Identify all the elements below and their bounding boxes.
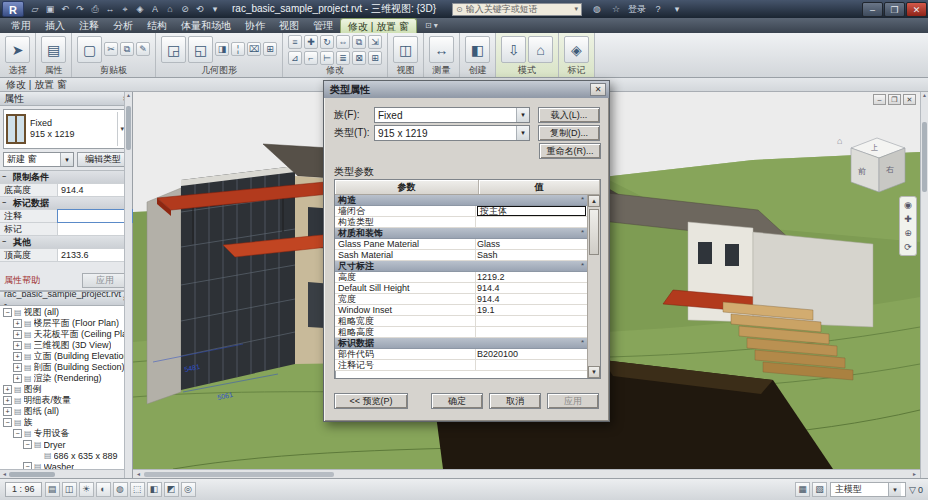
worksets-icon[interactable]: ▦: [795, 482, 810, 497]
property-value[interactable]: [58, 223, 132, 235]
scroll-right-icon[interactable]: ►: [912, 471, 917, 477]
split-face-icon[interactable]: ¦: [231, 42, 245, 56]
aligned-dimension-icon[interactable]: ⌖: [118, 2, 132, 16]
param-value-editor[interactable]: 按主体: [477, 206, 586, 216]
tree-item[interactable]: +▤图纸 (all): [0, 406, 132, 417]
join-geometry-icon[interactable]: ◱: [188, 36, 213, 63]
view-close-icon[interactable]: ✕: [903, 94, 916, 105]
tree-expander-icon[interactable]: −: [3, 308, 12, 317]
property-value[interactable]: [58, 210, 132, 222]
mirror-icon[interactable]: ⇔: [336, 35, 350, 49]
rotate-icon[interactable]: ↻: [320, 35, 334, 49]
cut-icon[interactable]: ✂: [104, 42, 118, 56]
ribbon-tab[interactable]: 注释: [72, 18, 106, 33]
undo-icon[interactable]: ↶: [58, 2, 72, 16]
pin-icon[interactable]: *: [581, 261, 584, 271]
measure-icon[interactable]: ↔: [103, 2, 117, 16]
reveal-hidden-icon[interactable]: ◎: [181, 482, 196, 497]
tree-expander-icon[interactable]: −: [23, 440, 32, 449]
tree-expander-icon[interactable]: −: [3, 418, 12, 427]
communication-center-icon[interactable]: ◍: [590, 2, 604, 16]
canvas-hscrollbar[interactable]: ◄ ►: [133, 469, 920, 478]
collapse-icon[interactable]: −: [2, 197, 10, 209]
qat-dropdown-icon[interactable]: ▾: [208, 2, 222, 16]
property-value[interactable]: 2133.6: [58, 249, 132, 261]
param-value[interactable]: Sash: [476, 250, 587, 260]
tree-expander-icon[interactable]: +: [13, 374, 22, 383]
orbit-icon[interactable]: ⟳: [904, 242, 912, 252]
load-button[interactable]: 载入(L)...: [538, 107, 600, 123]
type-combo[interactable]: 915 x 1219 ▾: [374, 125, 530, 141]
demolish-icon[interactable]: ⌧: [247, 42, 261, 56]
ribbon-tab[interactable]: 常用: [4, 18, 38, 33]
tree-expander-icon[interactable]: +: [13, 319, 22, 328]
ribbon-tab[interactable]: 视图: [272, 18, 306, 33]
tree-item[interactable]: −▤专用设备: [0, 428, 132, 439]
scroll-thumb[interactable]: [9, 472, 55, 477]
scale-icon[interactable]: ⊿: [288, 51, 302, 65]
ribbon-tab[interactable]: 修改 | 放置 窗: [340, 18, 417, 33]
cancel-button[interactable]: 取消: [489, 393, 541, 409]
tree-expander-icon[interactable]: −: [23, 462, 32, 469]
combo-arrow-icon[interactable]: ▾: [60, 153, 73, 166]
tree-expander-icon[interactable]: +: [3, 407, 12, 416]
tree-expander-icon[interactable]: +: [13, 352, 22, 361]
tree-item[interactable]: +▤明细表/数量: [0, 395, 132, 406]
help-icon[interactable]: ?: [651, 2, 665, 16]
combo-arrow-icon[interactable]: ▾: [516, 126, 529, 140]
ribbon-tab[interactable]: 插入: [38, 18, 72, 33]
param-value[interactable]: [476, 327, 587, 337]
viewcube-home-icon[interactable]: ⌂: [837, 136, 842, 146]
scroll-thumb[interactable]: [922, 122, 927, 192]
ribbon-tab[interactable]: 分析: [106, 18, 140, 33]
ribbon-tab[interactable]: 协作: [238, 18, 272, 33]
editable-only-icon[interactable]: ▧: [812, 482, 827, 497]
redo-icon[interactable]: ↷: [73, 2, 87, 16]
align-icon[interactable]: ≡: [288, 35, 302, 49]
ok-button[interactable]: 确定: [431, 393, 483, 409]
duplicate-button[interactable]: 复制(D)...: [538, 125, 600, 141]
browser-vscrollbar[interactable]: ▲: [124, 292, 132, 478]
pin-icon[interactable]: *: [581, 195, 584, 205]
tree-expander-icon[interactable]: +: [3, 396, 12, 405]
properties-help-link[interactable]: 属性帮助: [4, 274, 40, 287]
pin-element-icon[interactable]: ⊞: [368, 51, 382, 65]
browser-hscrollbar[interactable]: ◄ ►: [0, 469, 132, 478]
paste-icon[interactable]: ▢: [77, 36, 102, 63]
minimize-button[interactable]: –: [862, 2, 883, 17]
print-icon[interactable]: ⎙: [88, 2, 102, 16]
tree-expander-icon[interactable]: +: [3, 385, 12, 394]
side-wall[interactable]: [147, 188, 181, 404]
apply-button[interactable]: 应用: [547, 393, 599, 409]
help-dropdown-icon[interactable]: ▾: [670, 2, 684, 16]
pin-icon[interactable]: *: [581, 338, 584, 348]
scroll-up-icon[interactable]: ▲: [588, 195, 600, 207]
selection-filter[interactable]: ▽ 0: [909, 485, 923, 495]
sign-in-label[interactable]: 登录: [628, 2, 646, 16]
param-value[interactable]: [476, 316, 587, 326]
move-icon[interactable]: ✚: [304, 35, 318, 49]
tree-item[interactable]: −▤Washer: [0, 461, 132, 469]
property-value[interactable]: 914.4: [58, 184, 132, 196]
ribbon-tab[interactable]: 结构: [140, 18, 174, 33]
dialog-title-bar[interactable]: 类型属性 ✕: [324, 81, 609, 98]
modify-select-icon[interactable]: ➤: [5, 36, 30, 63]
rendering-icon[interactable]: ◍: [113, 482, 128, 497]
collapse-icon[interactable]: −: [2, 236, 10, 248]
model-in-place-icon[interactable]: ⌂: [528, 36, 553, 63]
create-panel-icon[interactable]: ◧: [465, 36, 490, 63]
param-value[interactable]: 914.4: [476, 283, 587, 293]
properties-icon[interactable]: ▤: [41, 36, 66, 63]
filter-icon[interactable]: ▽: [909, 485, 916, 495]
sync-icon[interactable]: ⟲: [193, 2, 207, 16]
tree-expander-icon[interactable]: +: [13, 363, 22, 372]
scroll-thumb[interactable]: [144, 472, 334, 477]
param-value[interactable]: 按主体: [476, 206, 587, 216]
pin-icon[interactable]: *: [581, 228, 584, 238]
view-scale[interactable]: 1 : 96: [5, 482, 42, 497]
new-element-combo[interactable]: 新建 窗 ▾: [3, 152, 74, 167]
array-icon[interactable]: ≣: [336, 51, 350, 65]
param-value[interactable]: 19.1: [476, 305, 587, 315]
scroll-down-icon[interactable]: ▼: [588, 366, 600, 378]
ribbon-minimize-button[interactable]: ⊡ ▾: [425, 18, 438, 33]
